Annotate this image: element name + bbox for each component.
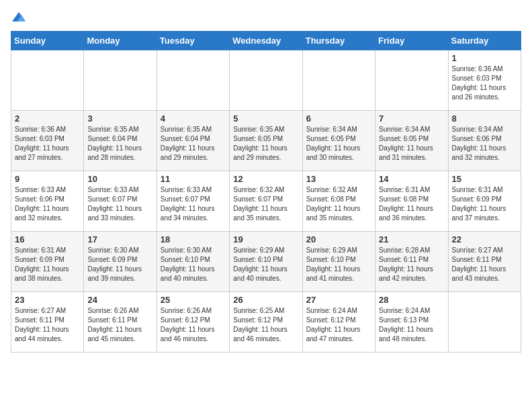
day-info: Sunrise: 6:33 AM Sunset: 6:07 PM Dayligh… [87, 185, 152, 223]
day-number: 13 [306, 174, 371, 184]
calendar-cell: 21Sunrise: 6:28 AM Sunset: 6:11 PM Dayli… [375, 232, 448, 292]
calendar-cell: 20Sunrise: 6:29 AM Sunset: 6:10 PM Dayli… [302, 232, 375, 292]
day-info: Sunrise: 6:29 AM Sunset: 6:10 PM Dayligh… [306, 246, 371, 283]
calendar-cell: 8Sunrise: 6:34 AM Sunset: 6:06 PM Daylig… [448, 111, 521, 171]
calendar-cell [302, 50, 375, 111]
calendar-cell: 9Sunrise: 6:33 AM Sunset: 6:06 PM Daylig… [11, 171, 84, 232]
day-number: 28 [379, 295, 444, 305]
header-wednesday: Wednesday [230, 32, 302, 50]
day-info: Sunrise: 6:35 AM Sunset: 6:05 PM Dayligh… [233, 125, 298, 163]
day-number: 26 [233, 295, 298, 305]
day-number: 25 [161, 295, 226, 305]
day-number: 7 [379, 113, 444, 124]
day-number: 3 [87, 113, 152, 124]
calendar-cell: 24Sunrise: 6:26 AM Sunset: 6:11 PM Dayli… [84, 292, 157, 353]
day-info: Sunrise: 6:27 AM Sunset: 6:11 PM Dayligh… [15, 306, 80, 344]
calendar-week-row: 9Sunrise: 6:33 AM Sunset: 6:06 PM Daylig… [11, 171, 521, 232]
calendar-cell: 3Sunrise: 6:35 AM Sunset: 6:04 PM Daylig… [84, 111, 157, 171]
day-info: Sunrise: 6:28 AM Sunset: 6:11 PM Dayligh… [379, 246, 444, 283]
day-number: 24 [87, 295, 152, 305]
calendar-cell: 11Sunrise: 6:33 AM Sunset: 6:07 PM Dayli… [157, 171, 229, 232]
calendar-cell [448, 292, 521, 353]
day-info: Sunrise: 6:36 AM Sunset: 6:03 PM Dayligh… [15, 125, 80, 163]
day-info: Sunrise: 6:24 AM Sunset: 6:12 PM Dayligh… [306, 306, 371, 344]
day-info: Sunrise: 6:34 AM Sunset: 6:05 PM Dayligh… [379, 125, 444, 163]
day-number: 17 [87, 234, 152, 244]
day-info: Sunrise: 6:27 AM Sunset: 6:11 PM Dayligh… [452, 246, 517, 283]
day-info: Sunrise: 6:35 AM Sunset: 6:04 PM Dayligh… [161, 125, 226, 163]
day-info: Sunrise: 6:33 AM Sunset: 6:07 PM Dayligh… [161, 185, 226, 223]
calendar-cell: 10Sunrise: 6:33 AM Sunset: 6:07 PM Dayli… [84, 171, 157, 232]
day-info: Sunrise: 6:34 AM Sunset: 6:05 PM Dayligh… [306, 125, 371, 163]
day-info: Sunrise: 6:24 AM Sunset: 6:13 PM Dayligh… [379, 306, 444, 344]
day-info: Sunrise: 6:32 AM Sunset: 6:07 PM Dayligh… [233, 185, 298, 223]
day-number: 22 [452, 234, 517, 244]
calendar-week-row: 1Sunrise: 6:36 AM Sunset: 6:03 PM Daylig… [11, 50, 521, 111]
calendar-cell: 7Sunrise: 6:34 AM Sunset: 6:05 PM Daylig… [375, 111, 448, 171]
day-info: Sunrise: 6:35 AM Sunset: 6:04 PM Dayligh… [87, 125, 152, 163]
calendar-cell: 22Sunrise: 6:27 AM Sunset: 6:11 PM Dayli… [448, 232, 521, 292]
calendar-cell: 1Sunrise: 6:36 AM Sunset: 6:03 PM Daylig… [448, 50, 521, 111]
calendar-cell: 16Sunrise: 6:31 AM Sunset: 6:09 PM Dayli… [11, 232, 84, 292]
day-info: Sunrise: 6:31 AM Sunset: 6:08 PM Dayligh… [379, 185, 444, 223]
calendar-cell: 18Sunrise: 6:30 AM Sunset: 6:10 PM Dayli… [157, 232, 229, 292]
day-number: 23 [15, 295, 80, 305]
calendar-cell [11, 50, 84, 111]
calendar-cell: 12Sunrise: 6:32 AM Sunset: 6:07 PM Dayli… [230, 171, 302, 232]
day-info: Sunrise: 6:30 AM Sunset: 6:10 PM Dayligh… [161, 246, 226, 283]
calendar-cell: 28Sunrise: 6:24 AM Sunset: 6:13 PM Dayli… [375, 292, 448, 353]
calendar-cell: 14Sunrise: 6:31 AM Sunset: 6:08 PM Dayli… [375, 171, 448, 232]
calendar-cell: 25Sunrise: 6:26 AM Sunset: 6:12 PM Dayli… [157, 292, 229, 353]
day-info: Sunrise: 6:34 AM Sunset: 6:06 PM Dayligh… [452, 125, 517, 163]
logo-icon [12, 12, 26, 23]
calendar-cell: 4Sunrise: 6:35 AM Sunset: 6:04 PM Daylig… [157, 111, 229, 171]
day-number: 10 [87, 174, 152, 184]
day-info: Sunrise: 6:31 AM Sunset: 6:09 PM Dayligh… [452, 185, 517, 223]
logo [11, 11, 26, 23]
day-number: 20 [306, 234, 371, 244]
header-tuesday: Tuesday [157, 32, 229, 50]
calendar-cell: 27Sunrise: 6:24 AM Sunset: 6:12 PM Dayli… [302, 292, 375, 353]
calendar-cell: 26Sunrise: 6:25 AM Sunset: 6:12 PM Dayli… [230, 292, 302, 353]
calendar-cell [375, 50, 448, 111]
page-header [11, 11, 521, 23]
calendar-cell [230, 50, 302, 111]
day-info: Sunrise: 6:31 AM Sunset: 6:09 PM Dayligh… [15, 246, 80, 283]
day-number: 11 [161, 174, 226, 184]
day-number: 4 [161, 113, 226, 124]
day-number: 16 [15, 234, 80, 244]
calendar-cell: 2Sunrise: 6:36 AM Sunset: 6:03 PM Daylig… [11, 111, 84, 171]
calendar-week-row: 23Sunrise: 6:27 AM Sunset: 6:11 PM Dayli… [11, 292, 521, 353]
day-number: 14 [379, 174, 444, 184]
calendar-cell: 13Sunrise: 6:32 AM Sunset: 6:08 PM Dayli… [302, 171, 375, 232]
day-info: Sunrise: 6:25 AM Sunset: 6:12 PM Dayligh… [233, 306, 298, 344]
calendar-cell: 15Sunrise: 6:31 AM Sunset: 6:09 PM Dayli… [448, 171, 521, 232]
header-monday: Monday [84, 32, 157, 50]
day-number: 21 [379, 234, 444, 244]
calendar-header-row: SundayMondayTuesdayWednesdayThursdayFrid… [11, 32, 521, 50]
calendar-cell: 6Sunrise: 6:34 AM Sunset: 6:05 PM Daylig… [302, 111, 375, 171]
header-saturday: Saturday [448, 32, 521, 50]
day-info: Sunrise: 6:29 AM Sunset: 6:10 PM Dayligh… [233, 246, 298, 283]
calendar-cell [157, 50, 229, 111]
day-number: 15 [452, 174, 517, 184]
day-number: 9 [15, 174, 80, 184]
day-number: 18 [161, 234, 226, 244]
calendar-cell [84, 50, 157, 111]
calendar-cell: 19Sunrise: 6:29 AM Sunset: 6:10 PM Dayli… [230, 232, 302, 292]
calendar-cell: 5Sunrise: 6:35 AM Sunset: 6:05 PM Daylig… [230, 111, 302, 171]
day-number: 19 [233, 234, 298, 244]
day-number: 1 [452, 53, 517, 63]
day-number: 12 [233, 174, 298, 184]
day-number: 27 [306, 295, 371, 305]
day-number: 2 [15, 113, 80, 124]
day-info: Sunrise: 6:26 AM Sunset: 6:12 PM Dayligh… [161, 306, 226, 344]
calendar-cell: 17Sunrise: 6:30 AM Sunset: 6:09 PM Dayli… [84, 232, 157, 292]
day-info: Sunrise: 6:26 AM Sunset: 6:11 PM Dayligh… [87, 306, 152, 344]
day-number: 5 [233, 113, 298, 124]
header-thursday: Thursday [302, 32, 375, 50]
day-info: Sunrise: 6:32 AM Sunset: 6:08 PM Dayligh… [306, 185, 371, 223]
calendar-cell: 23Sunrise: 6:27 AM Sunset: 6:11 PM Dayli… [11, 292, 84, 353]
calendar-week-row: 16Sunrise: 6:31 AM Sunset: 6:09 PM Dayli… [11, 232, 521, 292]
day-info: Sunrise: 6:30 AM Sunset: 6:09 PM Dayligh… [87, 246, 152, 283]
